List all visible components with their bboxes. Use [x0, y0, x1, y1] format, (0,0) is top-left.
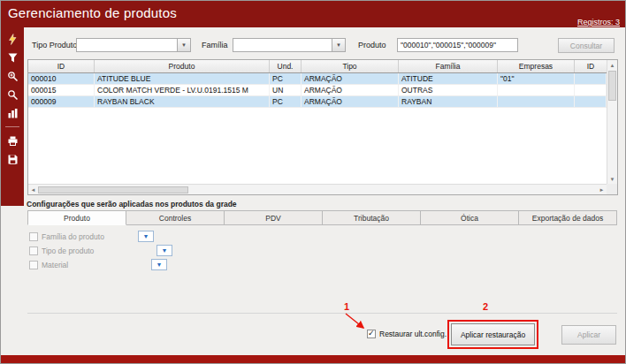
- scroll-corner: [607, 184, 617, 194]
- tab-produto[interactable]: Produto: [27, 210, 126, 225]
- table-row[interactable]: 000009 RAYBAN BLACK PC ARMAÇÃO RAYBAN: [28, 96, 617, 108]
- tab-panel-produto: [27, 225, 617, 314]
- tipo-produto-combo[interactable]: ▼: [76, 38, 191, 52]
- aplicar-restauracao-button[interactable]: Aplicar restauração: [451, 323, 535, 345]
- tab-pdv[interactable]: PDV: [225, 210, 323, 225]
- toolbar-separator: [5, 126, 19, 127]
- tab-controles[interactable]: Controles: [126, 210, 225, 225]
- column-header-id2[interactable]: ID: [575, 60, 607, 72]
- horizontal-scrollbar[interactable]: ◄ ►: [28, 184, 607, 194]
- annotation-arrow-icon: [340, 312, 369, 333]
- table-row[interactable]: 000010 ATITUDE BLUE PC ARMAÇÃO ATITUDE "…: [28, 73, 617, 85]
- vscroll-thumb[interactable]: [608, 71, 616, 101]
- tab-tributacao[interactable]: Tributação: [323, 210, 421, 225]
- bottom-strip: [1, 355, 625, 363]
- page-title: Gerenciamento de produtos: [8, 5, 177, 20]
- familia-produto-label: Família do produto: [42, 232, 104, 241]
- zoom-in-icon[interactable]: [4, 69, 20, 83]
- print-icon[interactable]: [4, 133, 20, 148]
- material-checkbox[interactable]: [29, 261, 38, 269]
- material-label: Material: [42, 261, 68, 269]
- tipo-produto-field-label: Tipo de produto: [42, 246, 94, 255]
- scroll-up-icon[interactable]: ▲: [607, 60, 617, 70]
- familia-produto-checkbox[interactable]: [29, 232, 38, 241]
- search-icon[interactable]: [4, 87, 20, 102]
- material-field: Material: [29, 261, 68, 269]
- annotation-2: 2: [483, 301, 488, 312]
- tab-otica[interactable]: Ótica: [421, 210, 519, 225]
- tipo-produto-field-combo[interactable]: ▼: [156, 245, 172, 256]
- scroll-right-icon[interactable]: ►: [597, 185, 607, 194]
- grid-header: ID Produto Und. Tipo Família Empresas ID: [28, 60, 617, 73]
- products-grid: ID Produto Und. Tipo Família Empresas ID…: [27, 59, 618, 195]
- scroll-left-icon[interactable]: ◄: [28, 185, 38, 194]
- config-section-title: Configurações que serão aplicadas nos pr…: [27, 200, 237, 209]
- familia-produto-field: Família do produto: [29, 232, 104, 241]
- hscroll-thumb[interactable]: [38, 186, 188, 193]
- scroll-down-icon[interactable]: ▼: [607, 174, 617, 184]
- column-header-empresas[interactable]: Empresas: [498, 60, 575, 72]
- save-icon[interactable]: [4, 152, 20, 166]
- chevron-down-icon[interactable]: ▼: [177, 39, 190, 51]
- familia-produto-combo[interactable]: ▼: [138, 231, 154, 242]
- title-bar: Gerenciamento de produtos Registros: 3: [1, 1, 625, 27]
- column-header-tipo[interactable]: Tipo: [302, 60, 399, 72]
- restore-config-checkbox[interactable]: [367, 330, 376, 338]
- table-row[interactable]: 000015 COLOR MATCH VERDE - LV.U.0191.151…: [28, 85, 617, 96]
- restore-config-label: Restaurar ult.config.: [379, 330, 447, 338]
- produto-label: Produto: [358, 41, 386, 49]
- main-area: Tipo Produto ▼ Família ▼ Produto Consult…: [24, 27, 626, 357]
- tipo-produto-field: Tipo de produto: [29, 246, 94, 255]
- records-count-link[interactable]: Registros: 3: [577, 18, 620, 27]
- produto-input[interactable]: [397, 38, 518, 52]
- report-icon[interactable]: [4, 106, 20, 120]
- vertical-scrollbar[interactable]: ▲ ▼: [607, 60, 617, 184]
- familia-label: Família: [202, 41, 228, 49]
- left-toolbar: [1, 27, 24, 206]
- column-header-produto[interactable]: Produto: [95, 60, 270, 72]
- column-header-familia[interactable]: Família: [399, 60, 498, 72]
- chevron-down-icon[interactable]: ▼: [332, 39, 345, 51]
- tab-exportacao[interactable]: Exportação de dados: [519, 210, 617, 225]
- flash-icon[interactable]: [4, 32, 20, 46]
- annotation-1: 1: [344, 301, 349, 312]
- tipo-produto-checkbox[interactable]: [29, 246, 38, 255]
- column-header-id[interactable]: ID: [28, 60, 95, 72]
- tipo-produto-label: Tipo Produto: [32, 41, 77, 49]
- filter-icon[interactable]: [4, 50, 20, 64]
- familia-combo[interactable]: ▼: [233, 38, 346, 52]
- config-tabs: Produto Controles PDV Tributação Ótica E…: [27, 210, 617, 225]
- column-header-und[interactable]: Und.: [270, 60, 302, 72]
- aplicar-button[interactable]: Aplicar: [561, 325, 616, 345]
- restore-config-field: Restaurar ult.config.: [367, 330, 447, 338]
- consultar-button[interactable]: Consultar: [558, 38, 615, 53]
- material-combo[interactable]: ▼: [151, 259, 167, 270]
